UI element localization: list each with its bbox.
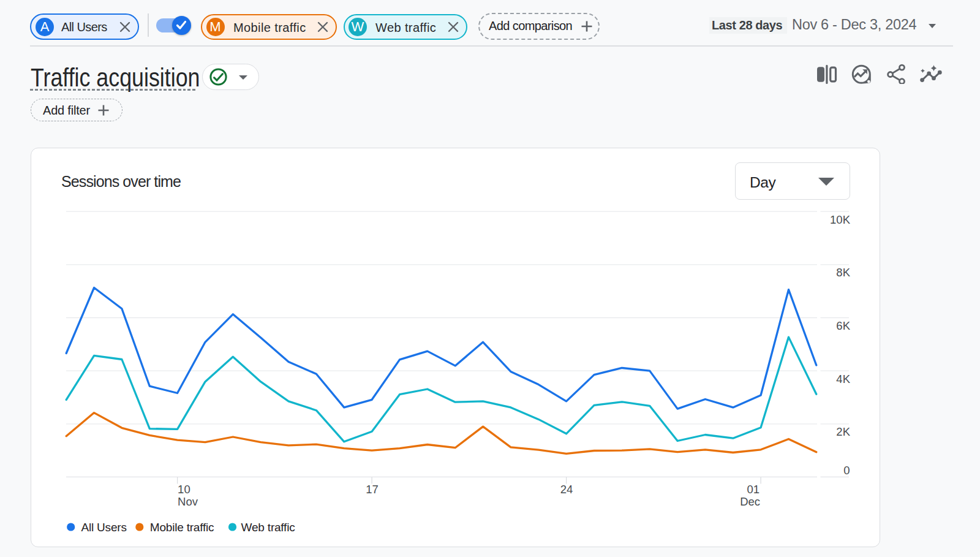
svg-text:2K: 2K <box>836 425 850 438</box>
svg-text:Nov: Nov <box>178 495 198 508</box>
svg-text:4K: 4K <box>836 373 850 385</box>
svg-text:8K: 8K <box>836 266 850 279</box>
svg-text:All Users: All Users <box>81 521 127 534</box>
svg-text:17: 17 <box>366 483 379 496</box>
svg-text:6K: 6K <box>836 319 850 332</box>
svg-text:01: 01 <box>747 483 760 496</box>
svg-text:24: 24 <box>560 483 573 496</box>
svg-text:Mobile traffic: Mobile traffic <box>150 521 214 534</box>
svg-text:Dec: Dec <box>740 495 760 508</box>
svg-text:10: 10 <box>178 483 190 496</box>
svg-text:0: 0 <box>843 464 850 477</box>
svg-text:Web traffic: Web traffic <box>241 521 295 534</box>
svg-text:10K: 10K <box>830 213 851 226</box>
